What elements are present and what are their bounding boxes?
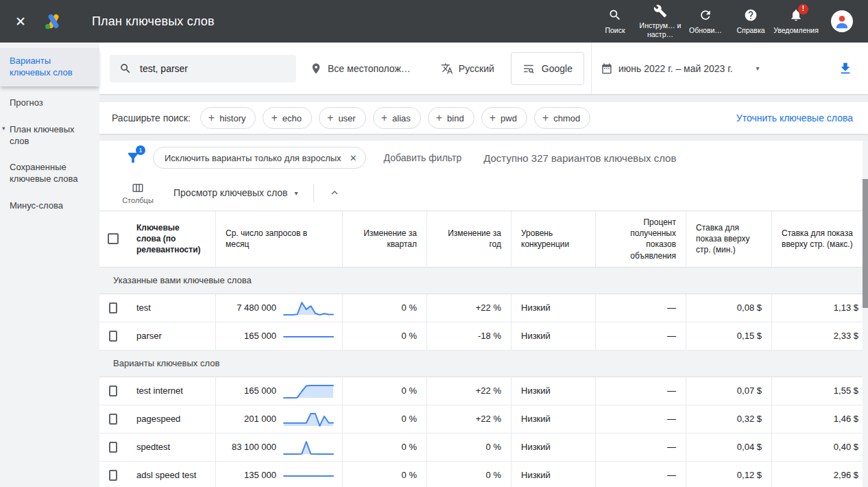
chevron-down-icon: ▾ <box>295 189 298 197</box>
sidebar-item-saved-keywords[interactable]: Сохраненные ключевые слова <box>0 154 99 193</box>
impression-share-cell: — <box>596 294 686 322</box>
network-value: Google <box>542 63 572 74</box>
bid-max-cell: 1,55 $ <box>772 377 868 405</box>
google-ads-logo <box>44 12 63 31</box>
quarter-change-cell: 0 % <box>343 433 427 461</box>
sidebar-item-label: План ключевых слов <box>10 124 75 146</box>
add-filter-button[interactable]: Добавить фильтр <box>384 152 462 163</box>
columns-button[interactable]: Столбцы <box>120 182 156 204</box>
row-checkbox[interactable] <box>109 385 117 396</box>
refine-keywords-link[interactable]: Уточнить ключевые слова <box>736 112 853 123</box>
chip-label: alias <box>392 113 411 123</box>
header-top-bid-max[interactable]: Ставка для показа вверху стр. (макс.) <box>772 211 868 267</box>
header-keyword[interactable]: Ключевые слова (по релевантности) <box>127 211 216 267</box>
scrollbar-thumb[interactable] <box>863 179 868 308</box>
quarter-change-cell: 0 % <box>343 322 427 350</box>
select-all-checkbox[interactable] <box>108 233 119 244</box>
row-checkbox[interactable] <box>109 302 117 313</box>
divider <box>591 43 592 94</box>
header-quarter-change[interactable]: Изменение за квартал <box>343 211 427 267</box>
filter-button[interactable]: 1 <box>125 150 141 165</box>
year-change-cell: 0 % <box>427 433 511 461</box>
row-checkbox-cell <box>99 322 127 350</box>
search-icon <box>608 8 622 24</box>
header-competition[interactable]: Уровень конкуренции <box>511 211 596 267</box>
location-selector[interactable]: Все местополож… <box>310 62 411 75</box>
header-impression-share[interactable]: Процент полученных показов объявления <box>596 211 686 267</box>
sidebar-item-keyword-ideas[interactable]: Варианты ключевых слов <box>0 48 99 86</box>
location-pin-icon <box>310 62 322 75</box>
topbar-search-button[interactable]: Поиск <box>592 8 638 34</box>
chip-label: echo <box>282 113 302 123</box>
bid-min-cell: 0,32 $ <box>686 405 772 433</box>
scrollbar-track[interactable] <box>863 141 868 487</box>
row-checkbox[interactable] <box>109 414 117 425</box>
table-row: adsl speed test135 0000 %0 %Низкий—0,12 … <box>99 462 868 487</box>
topbar-tools-button[interactable]: Инструм… и настр… <box>638 4 683 39</box>
help-icon <box>744 8 758 24</box>
searches-cell: 135 000 <box>216 462 343 487</box>
broaden-chip-pwd[interactable]: +pwd <box>481 107 527 129</box>
download-button[interactable] <box>838 61 853 76</box>
header-avg-monthly-searches[interactable]: Ср. число запросов в месяц <box>216 211 343 267</box>
keyword-view-selector[interactable]: Просмотр ключевых слов ▾ <box>173 187 298 198</box>
broaden-chip-chmod[interactable]: +chmod <box>534 107 590 129</box>
row-checkbox[interactable] <box>109 331 117 342</box>
wrench-icon <box>653 4 667 20</box>
keywords-search-input[interactable]: test, parser <box>110 55 296 82</box>
topbar-action-label: Поиск <box>605 26 625 35</box>
broaden-chip-alias[interactable]: +alias <box>373 107 421 129</box>
sidebar-item-negative-keywords[interactable]: Минус-слова <box>0 193 99 219</box>
topbar-help-button[interactable]: Справка <box>728 8 773 34</box>
broaden-search-label: Расширьте поиск: <box>112 112 191 123</box>
avatar[interactable] <box>831 10 853 32</box>
trend-sparkline <box>282 438 335 456</box>
filter-count-badge: 1 <box>136 145 145 155</box>
broaden-chip-user[interactable]: +user <box>319 107 366 129</box>
active-filter-chip[interactable]: Исключить варианты только для взрослых ✕ <box>153 147 366 169</box>
topbar-refresh-button[interactable]: Обнови… <box>683 8 728 34</box>
plus-icon: + <box>542 112 548 123</box>
bid-max-cell: 1,13 $ <box>772 294 868 322</box>
broaden-chip-echo[interactable]: +echo <box>263 107 312 129</box>
search-query: test, parser <box>140 63 188 74</box>
row-checkbox[interactable] <box>109 442 117 453</box>
close-icon[interactable]: ✕ <box>350 153 357 163</box>
topbar-notifications-button[interactable]: ! Уведомления <box>773 8 819 34</box>
trend-sparkline <box>282 382 335 400</box>
sidebar-item-keyword-plan[interactable]: ▾ План ключевых слов <box>0 117 99 155</box>
plus-icon: + <box>327 112 333 123</box>
row-checkbox-cell <box>99 462 127 487</box>
select-all-cell <box>99 211 127 267</box>
location-value: Все местополож… <box>328 63 411 74</box>
impression-share-cell: — <box>596 405 686 433</box>
quarter-change-cell: 0 % <box>343 294 427 322</box>
date-range-selector[interactable]: июнь 2022 г. – май 2023 г. ▾ <box>601 62 760 75</box>
results-card: 1 Исключить варианты только для взрослых… <box>99 141 868 487</box>
sidebar-item-forecast[interactable]: Прогноз <box>0 90 99 117</box>
year-change-cell: +22 % <box>427 294 511 322</box>
network-selector[interactable]: Google <box>511 52 584 85</box>
broaden-chip-bind[interactable]: +bind <box>428 107 474 129</box>
collapse-button[interactable] <box>329 187 340 198</box>
broaden-chip-history[interactable]: +history <box>200 107 256 129</box>
impression-share-cell: — <box>596 322 686 350</box>
close-button[interactable]: ✕ <box>15 14 26 29</box>
competition-cell: Низкий <box>511 294 596 322</box>
year-change-cell: 0 % <box>427 462 511 487</box>
competition-cell: Низкий <box>511 462 596 487</box>
language-selector[interactable]: Русский <box>441 62 494 75</box>
download-icon <box>838 61 853 76</box>
bid-min-cell: 0,08 $ <box>686 294 772 322</box>
sidebar-item-label: Минус-слова <box>10 200 63 211</box>
competition-cell: Низкий <box>511 433 596 461</box>
header-top-bid-min[interactable]: Ставка для показа вверху стр. (мин.) <box>686 211 772 267</box>
table-section-label: Указанные вами ключевые слова <box>99 268 868 294</box>
topbar-action-label: Обнови… <box>689 26 722 35</box>
year-change-cell: +22 % <box>427 405 511 433</box>
language-value: Русский <box>459 63 494 74</box>
searches-value: 165 000 <box>226 385 276 396</box>
chip-label: user <box>338 113 355 123</box>
row-checkbox[interactable] <box>109 470 117 481</box>
header-year-change[interactable]: Изменение за год <box>427 211 511 267</box>
